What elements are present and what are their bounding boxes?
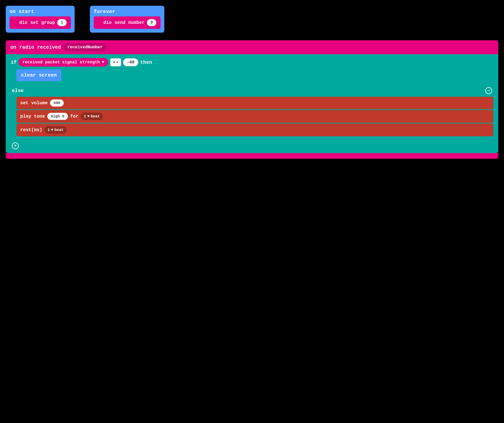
teal-spacer bbox=[9, 82, 495, 85]
top-row: on start radio set group 1 forever radio… bbox=[6, 6, 498, 33]
play-tone-block: play tone High G for 1 ▼ beat bbox=[16, 110, 493, 123]
forever-label: forever bbox=[94, 9, 161, 14]
clear-screen-text: clear screen bbox=[21, 72, 57, 78]
else-row: else − bbox=[9, 85, 495, 96]
set-volume-text: set volume bbox=[20, 100, 48, 106]
forever-block: forever radio send number 0 bbox=[90, 6, 164, 33]
plus-icon: + bbox=[14, 143, 17, 149]
radio-send-number-value[interactable]: 0 bbox=[147, 19, 156, 26]
on-start-block: on start radio set group 1 bbox=[6, 6, 75, 33]
condition-pill: received packet signal strength ▼ bbox=[18, 58, 108, 66]
radio-set-group-value[interactable]: 1 bbox=[57, 19, 67, 26]
plus-row: + bbox=[9, 140, 495, 151]
else-keyword: else bbox=[12, 88, 24, 94]
bottom-pink-footer bbox=[6, 153, 498, 159]
condition-value: -60 bbox=[127, 60, 135, 65]
rest-text: rest(ms) bbox=[20, 127, 42, 133]
then-keyword: then bbox=[140, 60, 152, 65]
if-keyword: if bbox=[11, 60, 17, 65]
radio-send-number-text: radio send number bbox=[98, 20, 145, 25]
set-volume-block: set volume 400 bbox=[16, 97, 493, 109]
play-tone-beat-pill[interactable]: 1 ▼ beat bbox=[81, 113, 103, 120]
play-tone-beat-text: beat bbox=[91, 114, 100, 119]
rest-beat-value: 1 bbox=[48, 128, 50, 132]
rest-beat-chevron: ▼ bbox=[51, 128, 53, 132]
if-body: clear screen bbox=[9, 68, 495, 82]
teal-container: if received packet signal strength ▼ < ▼… bbox=[6, 54, 498, 153]
for-text: for bbox=[70, 114, 78, 119]
play-tone-beat-value: 1 bbox=[84, 114, 86, 119]
workspace: on start radio set group 1 forever radio… bbox=[6, 6, 498, 159]
operator-value: < bbox=[113, 60, 115, 65]
on-radio-received-block: on radio received receivedNumber if rece… bbox=[6, 40, 498, 159]
signal-dropdown-arrow[interactable]: ▼ bbox=[102, 60, 104, 65]
play-tone-beat-chevron: ▼ bbox=[87, 114, 90, 119]
operator-dropdown[interactable]: < ▼ bbox=[110, 58, 121, 66]
signal-strength-text: signal strength bbox=[62, 60, 100, 65]
if-row: if received packet signal strength ▼ < ▼… bbox=[9, 56, 495, 68]
play-tone-note[interactable]: High G bbox=[47, 113, 68, 120]
minus-button[interactable]: − bbox=[485, 87, 492, 94]
rest-beat-text: beat bbox=[54, 128, 64, 132]
on-radio-received-text: on radio received bbox=[10, 44, 61, 50]
on-start-label: on start bbox=[10, 9, 71, 14]
plus-button[interactable]: + bbox=[12, 142, 19, 149]
radio-send-number-block: radio send number 0 bbox=[94, 16, 161, 29]
operator-chevron: ▼ bbox=[117, 61, 118, 64]
set-volume-value[interactable]: 400 bbox=[50, 99, 64, 107]
play-tone-text: play tone bbox=[20, 114, 45, 119]
rest-block: rest(ms) 1 ▼ beat bbox=[16, 123, 493, 136]
radio-set-group-text: radio set group bbox=[14, 20, 55, 25]
clear-screen-block: clear screen bbox=[16, 69, 61, 81]
on-radio-header: on radio received receivedNumber bbox=[6, 40, 498, 54]
else-body: set volume 400 play tone High G for 1 ▼ … bbox=[9, 96, 495, 137]
condition-value-pill[interactable]: -60 bbox=[123, 58, 138, 66]
minus-icon: − bbox=[487, 88, 490, 93]
received-number-param[interactable]: receivedNumber bbox=[64, 43, 107, 51]
rest-beat-pill[interactable]: 1 ▼ beat bbox=[44, 126, 67, 134]
received-packet-text: received packet bbox=[22, 60, 60, 65]
teal-spacer-bottom bbox=[9, 137, 495, 140]
radio-set-group-block: radio set group 1 bbox=[10, 16, 71, 29]
